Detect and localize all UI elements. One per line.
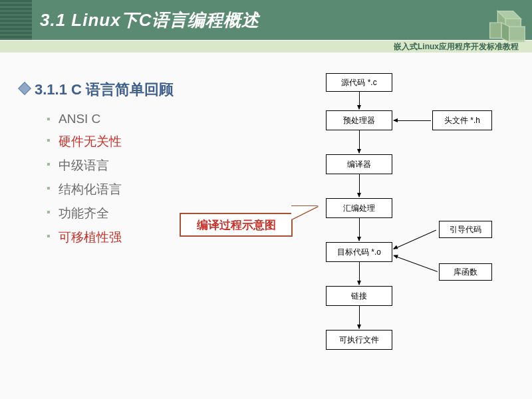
callout-box: 编译过程示意图 bbox=[180, 213, 293, 237]
arrow-in-icon bbox=[394, 255, 438, 272]
svg-marker-3 bbox=[490, 23, 502, 38]
flow-node-bootstrap: 引导代码 bbox=[439, 221, 492, 238]
list-item: 中级语言 bbox=[47, 157, 219, 174]
section-heading: 3.1.1 C 语言简单回顾 bbox=[20, 80, 219, 100]
arrow-in-icon bbox=[394, 230, 436, 249]
flow-node-preprocessor: 预处理器 bbox=[326, 110, 392, 130]
arrow-down-icon bbox=[359, 306, 360, 329]
flow-node-compiler: 编译器 bbox=[326, 154, 392, 174]
flow-node-assembler: 汇编处理 bbox=[326, 198, 392, 218]
arrow-down-icon bbox=[359, 174, 360, 197]
list-item: 硬件无关性 bbox=[47, 133, 219, 150]
flow-node-library: 库函数 bbox=[439, 263, 492, 281]
flowchart: 源代码 *.c 预处理器 头文件 *.h 编译器 汇编处理 目标代码 *.o 引… bbox=[306, 73, 525, 392]
arrow-down-icon bbox=[359, 130, 360, 153]
slide-header: 3.1 Linux下C语言编程概述 bbox=[0, 0, 532, 40]
flow-node-header: 头文件 *.h bbox=[432, 110, 492, 130]
header-decor bbox=[0, 0, 32, 40]
cube-decor-icon bbox=[482, 3, 529, 50]
arrow-down-icon bbox=[359, 262, 360, 285]
list-item: ANSI C bbox=[47, 112, 219, 126]
list-item: 结构化语言 bbox=[47, 181, 219, 198]
callout-tail-icon bbox=[291, 206, 318, 219]
heading-text: 3.1.1 C 语言简单回顾 bbox=[35, 81, 174, 98]
flow-node-link: 链接 bbox=[326, 286, 392, 306]
flow-node-object: 目标代码 *.o bbox=[326, 242, 392, 262]
svg-marker-5 bbox=[509, 27, 525, 42]
svg-marker-4 bbox=[501, 23, 509, 42]
arrow-down-icon bbox=[359, 218, 360, 241]
flow-node-executable: 可执行文件 bbox=[326, 330, 392, 350]
arrow-down-icon bbox=[359, 92, 360, 109]
arrow-left-icon bbox=[394, 120, 431, 121]
slide-title: 3.1 Linux下C语言编程概述 bbox=[40, 9, 259, 32]
sub-band: 嵌入式Linux应用程序开发标准教程 bbox=[0, 40, 532, 53]
callout-text: 编译过程示意图 bbox=[197, 217, 276, 233]
diamond-icon bbox=[18, 82, 31, 95]
flow-node-source: 源代码 *.c bbox=[326, 73, 392, 92]
